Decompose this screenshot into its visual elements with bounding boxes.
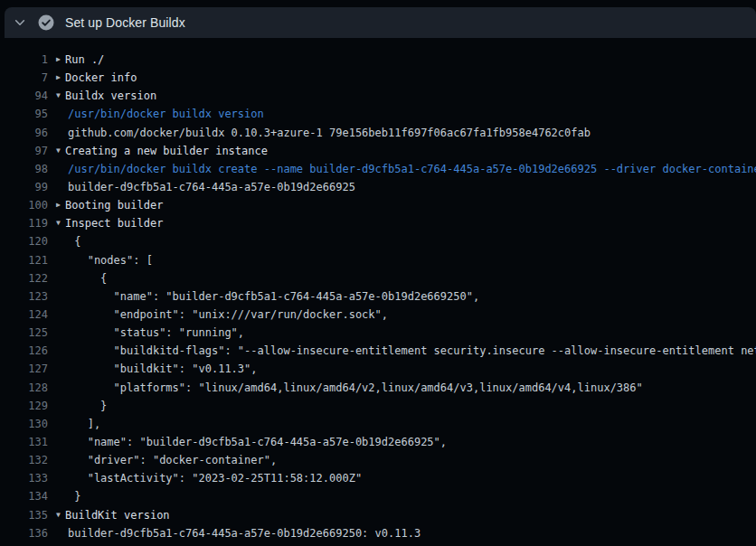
group-title: Creating a new builder instance xyxy=(65,142,268,160)
line-number[interactable]: 96 xyxy=(0,124,48,142)
line-number[interactable]: 133 xyxy=(0,469,48,487)
log-group-row[interactable]: 100▶Booting builder xyxy=(0,196,756,214)
log-line: 99builder-d9cfb5a1-c764-445a-a57e-0b19d2… xyxy=(0,178,756,196)
log-output-text: "buildkitd-flags": "--allow-insecure-ent… xyxy=(48,342,756,360)
line-number[interactable]: 132 xyxy=(0,451,48,469)
log-line: 125 "status": "running", xyxy=(0,324,756,342)
triangle-collapsed-icon: ▶ xyxy=(56,196,65,214)
log-line: 98/usr/bin/docker buildx create --name b… xyxy=(0,160,756,178)
log-output-text: } xyxy=(48,487,80,505)
log-group-row[interactable]: 94▼Buildx version xyxy=(0,87,756,105)
log-output-text: "endpoint": "unix:///var/run/docker.sock… xyxy=(48,306,388,324)
step-header[interactable]: Set up Docker Buildx xyxy=(5,7,756,38)
group-title: Buildx version xyxy=(65,87,156,105)
line-number[interactable]: 136 xyxy=(0,524,48,542)
line-number[interactable]: 124 xyxy=(0,306,48,324)
line-number[interactable]: 7 xyxy=(0,69,48,87)
log-group-row[interactable]: 1▶Run ./ xyxy=(0,51,756,69)
line-number[interactable]: 125 xyxy=(0,324,48,342)
triangle-expanded-icon: ▼ xyxy=(56,142,65,160)
log-group-row[interactable]: 7▶Docker info xyxy=(0,69,756,87)
log-group-row[interactable]: 97▼Creating a new builder instance xyxy=(0,142,756,160)
log-output-text: github.com/docker/buildx 0.10.3+azure-1 … xyxy=(48,124,591,142)
log-output-text: "status": "running", xyxy=(48,324,244,342)
group-title: Inspect builder xyxy=(65,214,163,232)
log-output-text: builder-d9cfb5a1-c764-445a-a57e-0b19d2e6… xyxy=(48,178,355,196)
log-command-text: /usr/bin/docker buildx create --name bui… xyxy=(48,160,756,178)
log-output-text: { xyxy=(48,232,80,250)
line-number[interactable]: 97 xyxy=(0,142,48,160)
log-output-text: { xyxy=(48,269,107,287)
line-number[interactable]: 126 xyxy=(0,342,48,360)
triangle-collapsed-icon: ▶ xyxy=(56,51,65,69)
log-group-row[interactable]: 119▼Inspect builder xyxy=(0,214,756,232)
log-line: 121 "nodes": [ xyxy=(0,251,756,269)
log-output-text: "driver": "docker-container", xyxy=(48,451,277,469)
log-output-text: "name": "builder-d9cfb5a1-c764-445a-a57e… xyxy=(48,287,479,306)
log-group-row[interactable]: 135▼BuildKit version xyxy=(0,506,756,524)
line-number[interactable]: 123 xyxy=(0,287,48,306)
log-output-text: ], xyxy=(48,415,100,433)
line-number[interactable]: 120 xyxy=(0,232,48,250)
log-line: 136builder-d9cfb5a1-c764-445a-a57e-0b19d… xyxy=(0,524,756,542)
line-number[interactable]: 99 xyxy=(0,178,48,196)
line-number[interactable]: 98 xyxy=(0,160,48,178)
log-line: 127 "buildkit": "v0.11.3", xyxy=(0,360,756,378)
line-number[interactable]: 131 xyxy=(0,433,48,451)
group-title: Docker info xyxy=(65,69,137,87)
line-number[interactable]: 130 xyxy=(0,415,48,433)
group-title: Run ./ xyxy=(65,51,104,69)
line-number[interactable]: 122 xyxy=(0,269,48,287)
line-number[interactable]: 121 xyxy=(0,251,48,269)
log-line: 128 "platforms": "linux/amd64,linux/amd6… xyxy=(0,379,756,397)
line-number[interactable]: 128 xyxy=(0,379,48,397)
log-line: 123 "name": "builder-d9cfb5a1-c764-445a-… xyxy=(0,287,756,306)
log-output-text: "platforms": "linux/amd64,linux/amd64/v2… xyxy=(48,379,643,397)
log-line: 124 "endpoint": "unix:///var/run/docker.… xyxy=(0,306,756,324)
line-number[interactable]: 119 xyxy=(0,214,48,232)
group-title: BuildKit version xyxy=(65,506,170,524)
triangle-expanded-icon: ▼ xyxy=(56,506,65,524)
log-line: 120 { xyxy=(0,232,756,250)
log-line: 129 } xyxy=(0,397,756,415)
check-circle-icon xyxy=(38,14,54,31)
log-command-text: /usr/bin/docker buildx version xyxy=(48,105,264,123)
line-number[interactable]: 127 xyxy=(0,360,48,378)
line-number[interactable]: 129 xyxy=(0,397,48,415)
log-line: 96github.com/docker/buildx 0.10.3+azure-… xyxy=(0,124,756,142)
log-line: 131 "name": "builder-d9cfb5a1-c764-445a-… xyxy=(0,433,756,451)
group-title: Booting builder xyxy=(65,196,163,214)
log-output-text: "buildkit": "v0.11.3", xyxy=(48,360,258,378)
log-line: 95/usr/bin/docker buildx version xyxy=(0,105,756,123)
log-line: 134 } xyxy=(0,487,756,505)
line-number[interactable]: 134 xyxy=(0,487,48,505)
log-output-text: "name": "builder-d9cfb5a1-c764-445a-a57e… xyxy=(48,433,447,451)
line-number[interactable]: 135 xyxy=(0,506,48,524)
log-output-text: } xyxy=(48,397,107,415)
triangle-collapsed-icon: ▶ xyxy=(56,69,65,87)
chevron-down-icon xyxy=(13,15,27,30)
triangle-expanded-icon: ▼ xyxy=(56,214,65,232)
triangle-expanded-icon: ▼ xyxy=(56,87,65,105)
line-number[interactable]: 95 xyxy=(0,105,48,123)
log-output-text: builder-d9cfb5a1-c764-445a-a57e-0b19d2e6… xyxy=(48,524,421,542)
log-line: 132 "driver": "docker-container", xyxy=(0,451,756,469)
step-title: Set up Docker Buildx xyxy=(65,15,185,30)
log-output-text: "nodes": [ xyxy=(48,251,153,269)
log-line: 122 { xyxy=(0,269,756,287)
line-number[interactable]: 1 xyxy=(0,51,48,69)
log-line: 133 "lastActivity": "2023-02-25T11:58:12… xyxy=(0,469,756,487)
log-output-text: "lastActivity": "2023-02-25T11:58:12.000… xyxy=(48,469,362,487)
log-line: 130 ], xyxy=(0,415,756,433)
log-viewer: 1▶Run ./7▶Docker info94▼Buildx version95… xyxy=(0,38,756,542)
line-number[interactable]: 100 xyxy=(0,196,48,214)
line-number[interactable]: 94 xyxy=(0,87,48,105)
log-line: 126 "buildkitd-flags": "--allow-insecure… xyxy=(0,342,756,360)
